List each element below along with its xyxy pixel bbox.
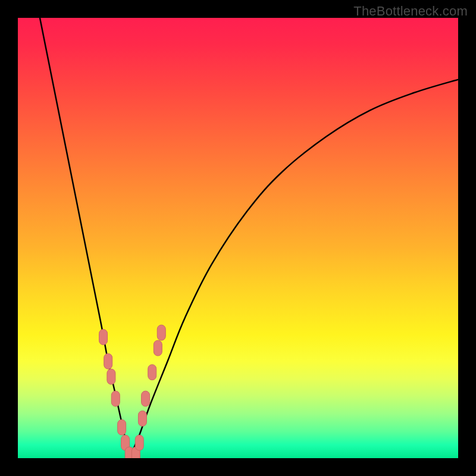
data-marker [135,435,143,450]
watermark-text: TheBottleneck.com [353,4,468,19]
data-marker [157,325,165,340]
data-marker [107,369,115,384]
curve-layer [18,18,458,458]
data-marker [118,419,126,435]
curve-right-branch [129,80,458,458]
data-marker [111,391,120,406]
data-marker [99,330,108,345]
data-marker [142,391,150,406]
data-marker [154,340,162,356]
plot-area [18,18,458,458]
data-marker [138,411,146,426]
chart-frame: TheBottleneck.com [0,0,476,476]
data-marker [104,353,112,369]
data-marker [148,365,156,380]
